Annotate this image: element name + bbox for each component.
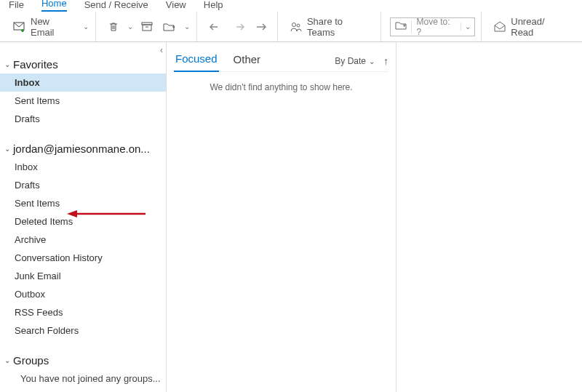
groups-label: Groups (13, 354, 49, 367)
move-folder-dropdown[interactable]: ⌄ (183, 23, 191, 31)
account-search-folders[interactable]: Search Folders (0, 321, 166, 340)
arrow-right-icon (255, 22, 268, 32)
svg-point-9 (297, 24, 300, 27)
share-to-teams-label: Share to Teams (307, 16, 372, 38)
toolbar: New Email ⌄ ⌄ ⌄ (0, 12, 582, 42)
chevron-down-icon: ⌄ (4, 145, 10, 153)
new-email-label: New Email (31, 16, 75, 38)
favorites-label: Favorites (13, 58, 58, 71)
teams-icon (290, 21, 303, 33)
tab-focused[interactable]: Focused (174, 51, 219, 72)
account-outbox-folder[interactable]: Outbox (0, 285, 166, 303)
archive-button[interactable] (138, 19, 156, 35)
undo-icon (209, 22, 222, 32)
account-sent-folder[interactable]: Sent Items (0, 194, 166, 212)
unread-read-label: Unread/ Read (511, 16, 569, 38)
favorites-section-header[interactable]: ⌄ Favorites (0, 55, 166, 73)
empty-message: We didn't find anything to show here. (174, 72, 388, 103)
share-to-teams-button[interactable]: Share to Teams (287, 13, 375, 41)
chevron-down-icon: ⌄ (4, 356, 10, 364)
account-inbox-folder[interactable]: Inbox (0, 158, 166, 176)
reading-pane (396, 42, 582, 392)
ribbon-tab-view[interactable]: View (166, 0, 186, 12)
redo-icon (232, 22, 245, 32)
delete-dropdown[interactable]: ⌄ (127, 23, 134, 31)
envelope-icon (13, 21, 26, 33)
svg-point-8 (292, 23, 295, 26)
groups-empty-message: You have not joined any groups... (0, 369, 166, 388)
chevron-down-icon: ⌄ (4, 60, 10, 68)
account-archive-folder[interactable]: Archive (0, 231, 166, 249)
move-to-label: Move to: ? (412, 17, 461, 37)
groups-section-header[interactable]: ⌄ Groups (0, 351, 166, 369)
svg-rect-6 (143, 25, 151, 31)
account-deleted-folder[interactable]: Deleted Items (0, 212, 166, 231)
account-drafts-folder[interactable]: Drafts (0, 176, 166, 194)
account-label: jordan@jamiesonmane.on... (13, 143, 150, 155)
move-folder-button[interactable] (160, 19, 179, 35)
account-rss-folder[interactable]: RSS Feeds (0, 303, 166, 321)
message-list-pane: Focused Other By Date ⌄ ↑ We didn't find… (167, 42, 396, 392)
account-junk-folder[interactable]: Junk Email (0, 267, 166, 285)
collapse-sidebar-button[interactable]: ‹ (160, 45, 163, 55)
delete-button[interactable] (105, 18, 122, 36)
ribbon-tab-help[interactable]: Help (204, 0, 223, 12)
new-email-button[interactable]: New Email (10, 13, 78, 41)
undo-button[interactable] (206, 19, 225, 35)
archive-icon (141, 22, 153, 32)
folder-move-icon (163, 22, 176, 32)
open-envelope-icon (493, 21, 506, 33)
account-section-header[interactable]: ⌄ jordan@jamiesonmane.on... (0, 140, 166, 158)
trash-icon (108, 21, 119, 33)
favorites-drafts-folder[interactable]: Drafts (0, 110, 166, 128)
move-to-dropdown[interactable]: ⌄ (461, 23, 474, 31)
tab-other[interactable]: Other (232, 52, 263, 71)
favorites-inbox-folder[interactable]: Inbox (0, 73, 166, 92)
favorites-sent-folder[interactable]: Sent Items (0, 92, 166, 110)
ribbon-tab-home[interactable]: Home (41, 0, 67, 12)
sort-direction-button[interactable]: ↑ (383, 55, 388, 67)
move-to-control[interactable]: Move to: ? ⌄ (390, 17, 475, 36)
ribbon-tab-send-receive[interactable]: Send / Receive (84, 0, 148, 12)
folder-sidebar: ‹ ⌄ Favorites Inbox Sent Items Drafts ⌄ … (0, 42, 167, 392)
sort-label: By Date (335, 56, 366, 66)
redo-button[interactable] (229, 19, 248, 35)
folder-icon (391, 20, 412, 33)
ribbon-tab-file[interactable]: File (9, 0, 24, 12)
forward-button[interactable] (252, 19, 271, 35)
sort-by-date-button[interactable]: By Date ⌄ (335, 56, 375, 66)
unread-read-button[interactable]: Unread/ Read (490, 13, 572, 41)
chevron-down-icon: ⌄ (369, 57, 375, 65)
account-conv-history-folder[interactable]: Conversation History (0, 249, 166, 267)
new-email-dropdown[interactable]: ⌄ (82, 23, 89, 31)
